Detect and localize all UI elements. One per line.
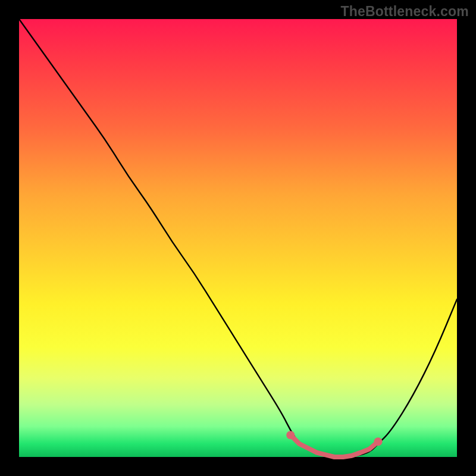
bottleneck-curve — [19, 19, 457, 457]
watermark-text: TheBottleneck.com — [340, 4, 469, 20]
curve-svg — [19, 19, 457, 457]
plot-area — [19, 19, 457, 457]
chart-frame: TheBottleneck.com — [0, 0, 476, 476]
optimal-range-markers — [286, 431, 382, 457]
optimal-range-endpoint — [374, 437, 383, 446]
optimal-range-endpoint — [286, 431, 295, 439]
